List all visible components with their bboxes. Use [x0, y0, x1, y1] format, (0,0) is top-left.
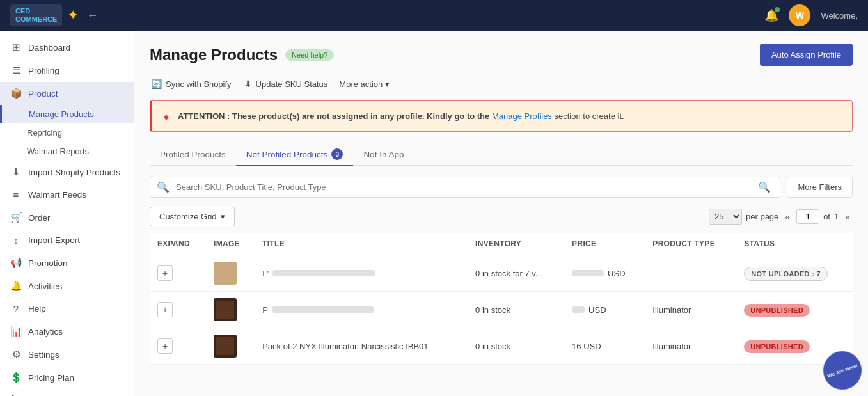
- main-content: Manage Products Need help? Auto Assign P…: [134, 31, 868, 396]
- update-sku-button[interactable]: ⬇ Update SKU Status: [243, 76, 329, 91]
- sidebar-item-analytics[interactable]: 📊 Analytics: [0, 320, 134, 343]
- sidebar-item-import-shopify[interactable]: ⬇ Import Shopify Products: [0, 161, 134, 184]
- more-action-label: More action: [339, 79, 383, 89]
- col-inventory: INVENTORY: [468, 233, 564, 255]
- inventory-cell: 0 in stock for 7 v...: [468, 255, 564, 292]
- sidebar-subitem-repricing[interactable]: Repricing: [0, 123, 134, 142]
- sidebar-label-dashboard: Dashboard: [28, 43, 70, 52]
- price-currency: USD: [588, 305, 606, 315]
- sidebar-label-import-shopify: Import Shopify Products: [28, 168, 120, 177]
- price-placeholder-bar: [572, 270, 604, 276]
- col-image: IMAGE: [206, 233, 255, 255]
- first-page-button[interactable]: «: [782, 210, 793, 223]
- price-placeholder-bar: [572, 306, 585, 313]
- auto-assign-profile-button[interactable]: Auto Assign Profile: [760, 44, 853, 66]
- current-page-input[interactable]: [796, 209, 819, 224]
- sync-label: Sync with Shopify: [166, 79, 232, 89]
- table-row: + L' 0 in stock for 7 v...: [150, 255, 853, 292]
- walmart-reports-label: Walmart Reports: [27, 147, 89, 156]
- product-title-prefix: P: [262, 305, 268, 315]
- product-tabs: Profiled Products Not Profiled Products …: [150, 143, 853, 166]
- product-type-cell: [645, 255, 736, 292]
- product-type-value: Illuminator: [652, 342, 691, 351]
- product-type-cell: Illuminator: [645, 292, 736, 328]
- import-export-icon: ↕: [10, 235, 22, 246]
- sidebar-label-pricing-plan: Pricing Plan: [28, 373, 74, 383]
- sidebar-item-order[interactable]: 🛒 Order: [0, 206, 134, 229]
- logo-text: CEDCOMMERCE: [15, 7, 57, 24]
- sidebar-item-contact-us[interactable]: 📞 Contact Us: [0, 389, 134, 396]
- table-header-row: EXPAND IMAGE TITLE INVENTORY PRICE PRODU…: [150, 233, 853, 255]
- alert-text-after: section to create it.: [555, 111, 624, 121]
- sidebar: ⊞ Dashboard ☰ Profiling 📦 Product Manage…: [0, 31, 134, 396]
- more-action-button[interactable]: More action ▾: [339, 79, 390, 89]
- col-expand: EXPAND: [150, 233, 206, 255]
- sidebar-item-import-export[interactable]: ↕ Import Export: [0, 229, 134, 251]
- welcome-text: Welcome,: [821, 11, 858, 20]
- sidebar-item-promotion[interactable]: 📢 Promotion: [0, 251, 134, 274]
- customize-grid-button[interactable]: Customize Grid ▾: [150, 207, 235, 226]
- order-icon: 🛒: [10, 212, 22, 223]
- sidebar-item-help[interactable]: ? Help: [0, 297, 134, 320]
- product-image: [214, 335, 237, 358]
- more-filters-button[interactable]: More Filters: [787, 177, 853, 198]
- per-page-select[interactable]: 25 50 100: [709, 209, 742, 225]
- sidebar-item-walmart-feeds[interactable]: ≡ Walmart Feeds: [0, 184, 134, 206]
- sidebar-item-dashboard[interactable]: ⊞ Dashboard: [0, 36, 134, 59]
- manage-profiles-link[interactable]: Manage Profiles: [492, 111, 552, 121]
- settings-icon: ⚙: [10, 349, 22, 360]
- activities-icon: 🔔: [10, 280, 22, 292]
- table-row: + P 0 in stock: [150, 292, 853, 328]
- sidebar-item-activities[interactable]: 🔔 Activities: [0, 274, 134, 297]
- expand-button[interactable]: +: [157, 265, 173, 281]
- inventory-value: 0 in stock for 7 v...: [475, 269, 542, 278]
- title-cell: L': [255, 255, 468, 292]
- tab-not-in-app[interactable]: Not In App: [353, 143, 414, 166]
- import-shopify-icon: ⬇: [10, 166, 22, 178]
- sync-shopify-button[interactable]: 🔄 Sync with Shopify: [150, 76, 233, 91]
- sidebar-subitem-manage-products[interactable]: Manage Products: [0, 105, 134, 123]
- sidebar-item-product[interactable]: 📦 Product: [0, 82, 134, 105]
- page-title-area: Manage Products Need help?: [150, 46, 334, 64]
- product-image: [214, 298, 237, 321]
- sidebar-item-settings[interactable]: ⚙ Settings: [0, 343, 134, 366]
- expand-cell: +: [150, 255, 206, 292]
- price-currency: USD: [608, 269, 625, 278]
- expand-cell: +: [150, 292, 206, 328]
- tab-not-profiled-products[interactable]: Not Profiled Products 3: [236, 143, 354, 166]
- product-type-value: Illuminator: [652, 305, 691, 315]
- expand-button[interactable]: +: [157, 338, 173, 354]
- tab-not-in-app-label: Not In App: [363, 150, 404, 159]
- nav-right: 🔔 W Welcome,: [764, 4, 858, 26]
- logo[interactable]: CEDCOMMERCE ✦: [10, 4, 79, 26]
- status-cell: UNPUBLISHED: [736, 292, 853, 328]
- sidebar-label-walmart-feeds: Walmart Feeds: [28, 190, 86, 200]
- status-badge: UNPUBLISHED: [744, 304, 810, 317]
- sidebar-item-profiling[interactable]: ☰ Profiling: [0, 59, 134, 82]
- sidebar-label-profiling: Profiling: [28, 66, 59, 75]
- repricing-label: Repricing: [27, 128, 62, 138]
- notification-bell-icon[interactable]: 🔔: [764, 8, 778, 22]
- title-cell: P: [255, 292, 468, 328]
- product-title-prefix: L': [262, 269, 269, 278]
- price-cell: USD: [564, 255, 645, 292]
- sidebar-item-pricing-plan[interactable]: 💲 Pricing Plan: [0, 366, 134, 389]
- manage-products-label: Manage Products: [29, 109, 94, 119]
- tab-profiled-products[interactable]: Profiled Products: [150, 143, 236, 166]
- expand-button[interactable]: +: [157, 302, 173, 317]
- walmart-feeds-icon: ≡: [10, 189, 22, 200]
- sidebar-subitem-walmart-reports[interactable]: Walmart Reports: [0, 142, 134, 161]
- last-page-button[interactable]: »: [842, 210, 853, 223]
- need-help-badge[interactable]: Need help?: [285, 49, 334, 61]
- search-input[interactable]: [173, 177, 755, 197]
- tab-profiled-label: Profiled Products: [160, 150, 226, 159]
- price-cell: 16 USD: [564, 328, 645, 365]
- price-cell: USD: [564, 292, 645, 328]
- avatar[interactable]: W: [789, 4, 810, 26]
- chevron-down-icon: ▾: [385, 79, 390, 89]
- walmart-star-icon: ✦: [67, 7, 79, 24]
- sync-icon: 🔄: [151, 79, 162, 89]
- back-icon[interactable]: ←: [86, 9, 98, 22]
- search-submit-button[interactable]: 🔍: [755, 178, 773, 196]
- status-badge: UNPUBLISHED: [744, 340, 810, 353]
